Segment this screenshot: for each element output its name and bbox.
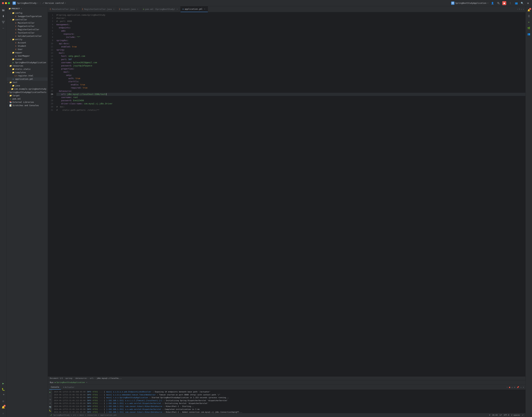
more-icon[interactable]: ⋯: [521, 386, 522, 388]
code-line-23: enable: true: [56, 83, 525, 86]
run-screenshot-icon[interactable]: 📷: [48, 405, 52, 409]
right-notifications-icon[interactable]: 🔔 1: [526, 8, 532, 13]
plugins-icon[interactable]: 🔌: [496, 1, 500, 5]
sidebar-item-registercontroller[interactable]: C RegisterController: [7, 28, 48, 31]
sidebar-item-swagger[interactable]: C SwaggerConfiguration: [7, 15, 48, 18]
activity-folder-icon[interactable]: [1, 8, 6, 13]
tab-maincontroller[interactable]: C MainController.java ×: [48, 6, 80, 12]
run-play-icon[interactable]: ▶: [48, 390, 52, 394]
sidebar-item-student[interactable]: C Student: [7, 44, 48, 48]
titlebar-vcs[interactable]: ⎇ Version control ▾: [42, 2, 66, 4]
right-db-icon[interactable]: 🗄: [526, 13, 532, 19]
activity-git-icon[interactable]: [1, 393, 6, 398]
sidebar-item-java[interactable]: ▾ 📁 java: [7, 84, 48, 87]
search-everywhere-icon[interactable]: 🔍: [520, 1, 524, 5]
right-spring-icon[interactable]: 🌿: [526, 25, 532, 31]
profile-icon[interactable]: 👤: [491, 1, 494, 5]
close-button[interactable]: [2, 2, 4, 4]
scroll-up-icon[interactable]: ↑: [507, 386, 508, 388]
breadcrumb-datasource[interactable]: datasource:: [75, 377, 87, 379]
run-filter-icon[interactable]: ⚙: [48, 402, 52, 405]
breadcrumb-url[interactable]: url:: [90, 377, 94, 379]
stop-icon[interactable]: ■: [509, 386, 510, 388]
java-arrow-icon: ▾: [9, 85, 12, 86]
sidebar-item-apptests[interactable]: C SpringBootStudyApplicationTests: [7, 91, 48, 94]
code-area[interactable]: #!spring.application.name=SpringBootStud…: [54, 12, 525, 376]
tab-scroll-right-icon[interactable]: ›: [523, 8, 524, 10]
activity-commit-icon[interactable]: [1, 13, 6, 19]
menu-icon[interactable]: ⋮: [508, 1, 512, 5]
sidebar-item-applicationyml[interactable]: ⚙ application.yml: [7, 77, 48, 81]
sidebar-item-config[interactable]: ▾ 📁 config: [7, 11, 48, 15]
activity-problems-icon[interactable]: ⚠: [1, 410, 6, 416]
tab-pomxml-close[interactable]: ×: [176, 8, 178, 10]
restart-icon[interactable]: ↺: [512, 386, 513, 388]
sidebar-item-package[interactable]: ▾ 📁 com.example.springbootstudy: [7, 87, 48, 91]
log-1-pid: 47351: [92, 390, 98, 393]
app-name-section[interactable]: SB SpringBootStudyApplication ▾: [451, 1, 488, 5]
activity-notifications-icon[interactable]: 🔔 1: [1, 405, 6, 410]
tab-applicationyml[interactable]: ⚙ application.yml ×: [181, 6, 208, 12]
status-expand-icon[interactable]: ⤢: [522, 414, 523, 416]
close-panel-icon[interactable]: ×: [523, 386, 524, 388]
sidebar-item-user[interactable]: C User: [7, 48, 48, 51]
sidebar-item-templates[interactable]: ▾ 📁 templates: [7, 71, 48, 74]
settings-icon[interactable]: ⚙: [526, 1, 530, 5]
console-settings-icon[interactable]: ⚙: [514, 386, 515, 388]
sidebar-item-runner[interactable]: › 📁 runner: [7, 58, 48, 61]
minimize-button[interactable]: [5, 2, 7, 4]
sidebar-item-external-libs[interactable]: › 📚 External Libraries: [7, 101, 48, 104]
maximize-button[interactable]: [8, 2, 10, 4]
ln-8: 8: [52, 36, 53, 39]
activity-terminal-icon[interactable]: ⊡: [1, 398, 6, 404]
titlebar-project-name[interactable]: SpringBootStudy ▾: [17, 2, 38, 4]
run-scroll-down-icon[interactable]: ↓: [48, 394, 52, 398]
sidebar-item-pagecontroller[interactable]: C PageController: [7, 25, 48, 28]
bottom-tab-console[interactable]: Console: [49, 385, 61, 390]
sidebar-item-target[interactable]: › 📁 target: [7, 94, 48, 97]
sidebar-item-scratches[interactable]: › 📝 Scratches and Consoles: [7, 104, 48, 107]
tab-pomxml[interactable]: m pom.xml (SpringBootStudy) ×: [141, 6, 181, 12]
tab-account-close[interactable]: ×: [137, 8, 139, 10]
pin-icon[interactable]: 📌: [517, 386, 519, 388]
tab-registercontroller-close[interactable]: ×: [113, 8, 115, 10]
sidebar-item-maincontroller[interactable]: C MainController: [7, 21, 48, 25]
account-icon[interactable]: 👥: [514, 1, 518, 5]
console-log-content[interactable]: 2024-06-12T23:15:48.698-05:00 INFO 47351…: [52, 390, 525, 413]
record-icon[interactable]: ■: [502, 1, 506, 5]
sidebar-item-validationcontroller[interactable]: C ValidationController: [7, 34, 48, 38]
sidebar-item-testcontroller[interactable]: C TestController: [7, 31, 48, 34]
right-http-icon[interactable]: 👥: [526, 31, 532, 37]
springbootapp-label: SpringBootStudyApplication: [15, 62, 46, 64]
sidebar-item-controller[interactable]: ▾ 📁 controller: [7, 18, 48, 21]
activity-more-icon[interactable]: ⋯: [1, 25, 6, 31]
activity-debug-icon[interactable]: 🐛: [1, 387, 6, 392]
breadcrumb-spring[interactable]: spring:: [65, 377, 73, 379]
sidebar-item-test[interactable]: ▾ 📁 test: [7, 81, 48, 84]
tab-applicationyml-close[interactable]: ×: [204, 8, 206, 10]
sidebar-tree[interactable]: ▾ 📁 config C SwaggerConfiguration ▾ 📁 co…: [7, 11, 48, 417]
run-copy-icon[interactable]: ⧉: [48, 398, 52, 401]
activity-run-icon[interactable]: ▶: [1, 381, 6, 386]
log-6-bracket: [: [104, 405, 105, 408]
activity-structure-icon[interactable]: [1, 20, 6, 25]
tab-registercontroller[interactable]: C RegisterController.java ×: [80, 6, 117, 12]
run-debug-icon[interactable]: 🐛: [48, 409, 52, 413]
run-close-icon[interactable]: ×: [86, 381, 87, 384]
sidebar-item-pomxml[interactable]: m pom.xml: [7, 97, 48, 101]
sidebar-item-springbootapp[interactable]: ▶ SpringBootStudyApplication: [7, 61, 48, 64]
tab-scroll-left-icon[interactable]: ‹: [521, 8, 522, 10]
sidebar-item-static[interactable]: › 📁 static.static: [7, 68, 48, 71]
sidebar-item-registerhtml[interactable]: </> register.html: [7, 74, 48, 77]
sidebar-item-account[interactable]: C Account: [7, 41, 48, 44]
bottom-tab-actuator[interactable]: ⚙ Actuator: [61, 385, 76, 390]
tab-maincontroller-close[interactable]: ×: [76, 8, 78, 10]
titlebar: SB SpringBootStudy ▾ | ⎇ Version control…: [0, 0, 532, 6]
editor-content[interactable]: 1 2 3 4 5 6 7 8 9 10 11 12 13 14 15 16 1: [48, 12, 525, 376]
sidebar-item-resources[interactable]: ▾ 📁 resources: [7, 64, 48, 68]
sidebar-item-entity[interactable]: ▾ 📁 entity: [7, 38, 48, 41]
sidebar-item-usermapper[interactable]: @ UserMapper: [7, 54, 48, 58]
sidebar-item-mapper[interactable]: ▾ 📁 mapper: [7, 51, 48, 54]
right-maven-icon[interactable]: m: [526, 20, 532, 25]
tab-account[interactable]: C Account.java ×: [117, 6, 141, 12]
